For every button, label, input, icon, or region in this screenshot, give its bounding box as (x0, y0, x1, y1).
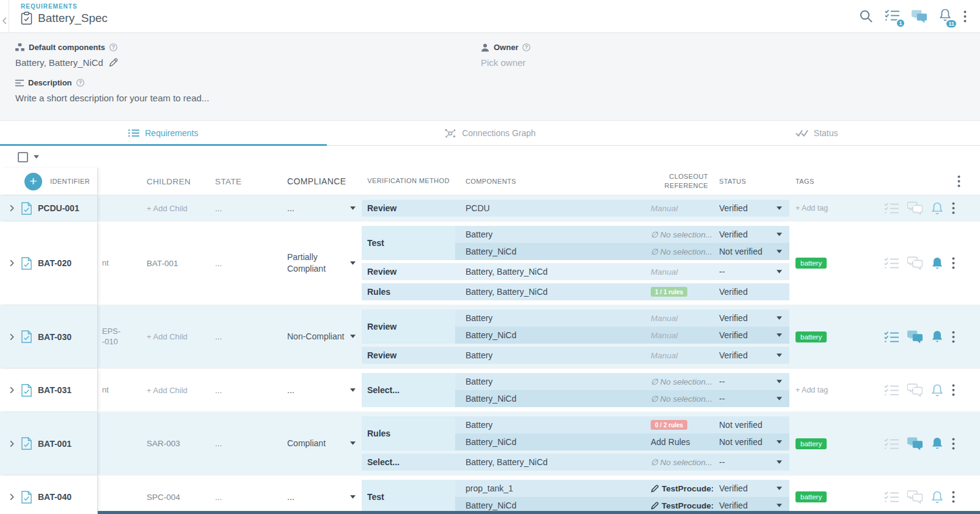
status-dropdown[interactable]: Not verified (713, 247, 789, 256)
tag-badge[interactable]: battery (795, 258, 827, 269)
tags-cell[interactable]: + Add tag (795, 386, 877, 394)
col-header-components[interactable]: COMPONENTS (455, 178, 645, 185)
owner-picker[interactable]: Pick owner (481, 57, 525, 68)
row-checklist-icon[interactable] (884, 438, 899, 450)
tag-badge[interactable]: battery (795, 491, 827, 502)
row-bell-icon[interactable] (931, 383, 944, 397)
components-cell[interactable]: Battery, Battery_NiCd (455, 287, 645, 297)
closeout-reference-cell[interactable]: Add Rules (645, 437, 713, 447)
closeout-reference-cell[interactable]: 1 / 1 rules (645, 287, 713, 297)
row-checklist-icon[interactable] (884, 384, 899, 396)
tags-cell[interactable]: + Add tag (795, 204, 877, 212)
closeout-reference-cell[interactable]: Manual (645, 267, 713, 277)
state-cell[interactable]: ... (203, 332, 260, 341)
state-cell[interactable]: ... (203, 259, 260, 268)
row-menu-icon[interactable] (952, 202, 955, 214)
help-icon[interactable]: ? (76, 79, 84, 87)
status-dropdown[interactable]: -- (713, 457, 789, 467)
help-icon[interactable]: ? (522, 43, 530, 51)
status-dropdown[interactable]: Verified (713, 230, 789, 239)
closeout-reference-cell[interactable]: TestProcude: st (645, 484, 713, 493)
search-icon[interactable] (859, 9, 873, 23)
row-checklist-icon[interactable] (884, 491, 899, 503)
col-header-status[interactable]: STATUS (713, 178, 789, 185)
status-dropdown[interactable]: -- (713, 267, 789, 277)
row-comments-icon[interactable] (907, 256, 923, 270)
components-cell[interactable]: Battery (455, 350, 645, 360)
expand-chevron-icon[interactable] (9, 205, 15, 212)
collapse-panel-icon[interactable] (2, 9, 7, 32)
children-cell[interactable]: + Add Child (133, 386, 203, 395)
row-menu-icon[interactable] (952, 438, 955, 450)
components-cell[interactable]: Battery, Battery_NiCd (455, 457, 645, 467)
expand-chevron-icon[interactable] (9, 386, 15, 394)
children-cell[interactable]: SAR-003 (133, 439, 203, 448)
table-options-icon[interactable] (957, 175, 960, 187)
status-dropdown[interactable]: Not verified (713, 420, 789, 430)
closeout-reference-cell[interactable]: ∅ No selection... (645, 377, 713, 386)
tags-cell[interactable]: battery (795, 438, 877, 449)
children-cell[interactable]: + Add Child (133, 204, 203, 213)
verification-method-cell[interactable]: Review (362, 200, 455, 217)
compliance-dropdown[interactable]: Non-Compliant (260, 331, 362, 342)
components-cell[interactable]: Battery_NiCd (455, 437, 645, 447)
status-dropdown[interactable]: Verified (713, 501, 789, 510)
tab-status[interactable]: Status (653, 121, 980, 145)
closeout-no-selection-label[interactable]: ∅ No selection... (651, 377, 712, 386)
notifications-button[interactable]: 11 (938, 8, 952, 24)
row-comments-icon[interactable] (907, 383, 923, 397)
select-all-caret-icon[interactable] (34, 155, 39, 159)
col-header-identifier[interactable]: IDENTIFIER (50, 178, 90, 185)
add-requirement-button[interactable]: + (24, 173, 42, 190)
expand-chevron-icon[interactable] (9, 259, 15, 267)
row-menu-icon[interactable] (952, 331, 955, 343)
sidebar-collapse-rail[interactable] (0, 0, 9, 32)
compliance-dropdown[interactable]: ... (260, 385, 362, 396)
row-comments-icon[interactable] (907, 437, 923, 451)
status-dropdown[interactable]: Verified (713, 350, 789, 360)
verification-method-cell[interactable]: Rules (362, 416, 455, 451)
rules-fail-badge[interactable]: 0 / 2 rules (651, 420, 687, 430)
rules-pass-badge[interactable]: 1 / 1 rules (651, 287, 687, 297)
task-list-button[interactable]: 1 (885, 9, 900, 24)
closeout-procedure-link[interactable]: TestProcude: st (651, 501, 713, 510)
status-dropdown[interactable]: -- (713, 377, 789, 386)
compliance-dropdown[interactable]: ... (260, 491, 362, 503)
compliance-dropdown[interactable]: Partially Compliant (260, 252, 362, 275)
components-cell[interactable]: Battery_NiCd (455, 330, 645, 340)
row-comments-icon[interactable] (907, 330, 923, 344)
verification-method-cell[interactable]: Select... (362, 454, 455, 471)
closeout-reference-cell[interactable]: 0 / 2 rules (645, 420, 713, 430)
kebab-menu-icon[interactable] (964, 10, 967, 23)
verification-method-cell[interactable]: Review (362, 309, 455, 344)
row-checklist-icon[interactable] (884, 202, 899, 214)
children-cell[interactable]: + Add Child (133, 332, 203, 341)
closeout-reference-cell[interactable]: ∅ No selection... (645, 394, 713, 404)
state-cell[interactable]: ... (203, 493, 260, 502)
tags-cell[interactable]: battery (795, 491, 877, 502)
row-menu-icon[interactable] (952, 257, 955, 269)
status-dropdown[interactable]: -- (713, 394, 789, 404)
compliance-dropdown[interactable]: Compliant (260, 438, 362, 449)
tags-cell[interactable]: battery (795, 258, 877, 269)
components-cell[interactable]: Battery_NiCd (455, 247, 645, 256)
components-cell[interactable]: PCDU (455, 203, 645, 213)
status-dropdown[interactable]: Verified (713, 287, 789, 297)
expand-chevron-icon[interactable] (9, 440, 15, 447)
closeout-reference-cell[interactable]: ∅ No selection... (645, 230, 713, 239)
closeout-no-selection-label[interactable]: ∅ No selection... (651, 230, 712, 239)
closeout-reference-cell[interactable]: Manual (645, 314, 713, 323)
tab-requirements[interactable]: Requirements (0, 121, 327, 145)
col-header-verification-method[interactable]: VERIFICATION METHOD (362, 176, 455, 186)
col-header-state[interactable]: STATE (203, 177, 260, 186)
col-header-closeout-reference[interactable]: CLOSEOUT REFERENCE (645, 172, 713, 191)
status-dropdown[interactable]: Verified (713, 483, 789, 493)
col-header-children[interactable]: CHILDREN (133, 177, 203, 186)
state-cell[interactable]: ... (203, 204, 260, 213)
add-tag-button[interactable]: + Add tag (795, 386, 828, 394)
status-dropdown[interactable]: Verified (713, 313, 789, 323)
row-bell-icon[interactable] (931, 330, 944, 344)
verification-method-cell[interactable]: Rules (362, 283, 455, 300)
description-input[interactable]: Write a short description for your team … (15, 93, 209, 103)
closeout-no-selection-label[interactable]: ∅ No selection... (651, 247, 712, 256)
